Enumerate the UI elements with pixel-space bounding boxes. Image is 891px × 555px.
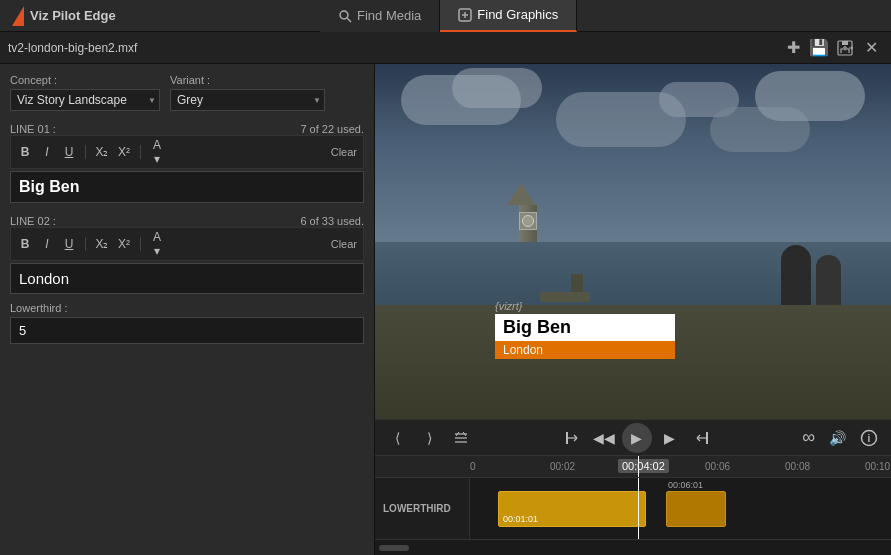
svg-text:i: i (868, 433, 871, 444)
superscript-btn-1[interactable]: X² (116, 145, 132, 159)
underline-btn-1[interactable]: U (61, 145, 77, 159)
river (375, 242, 891, 306)
bigben-clock (519, 212, 537, 230)
mark-out-icon (694, 430, 710, 446)
find-media-label: Find Media (357, 8, 421, 23)
play-btn[interactable]: ▶ (622, 423, 652, 453)
bold-btn-1[interactable]: B (17, 145, 33, 159)
line2-clear-btn[interactable]: Clear (331, 238, 357, 250)
step-back-btn[interactable]: ⟩ (415, 424, 443, 452)
app-title: Viz Pilot Edge (30, 8, 116, 23)
go-start-btn[interactable]: ⟨ (383, 424, 411, 452)
track-cursor (638, 478, 639, 539)
clip2-time-label: 00:06:01 (668, 480, 703, 490)
superscript-btn-2[interactable]: X² (116, 237, 132, 251)
variant-select-wrap: Grey Blue Red White (170, 89, 325, 111)
line1-clear-btn[interactable]: Clear (331, 146, 357, 158)
variant-select[interactable]: Grey Blue Red White (170, 89, 325, 111)
save-as-icon[interactable] (833, 36, 857, 60)
line2-header: LINE 02 : 6 of 33 used. (10, 215, 364, 227)
concept-select[interactable]: Viz Story Landscape (10, 89, 160, 111)
snap-btn[interactable] (447, 424, 475, 452)
line1-input[interactable] (10, 171, 364, 203)
timeline-cursor (638, 456, 639, 477)
line2-label: LINE 02 : (10, 215, 56, 227)
line2-format-bar: B I U X₂ X² A ▾ Clear (10, 227, 364, 261)
track-area: 00:01:01 00:06:01 (470, 478, 891, 539)
info-icon: i (860, 429, 878, 447)
concept-select-wrap: Viz Story Landscape (10, 89, 160, 111)
find-graphics-tab[interactable]: Find Graphics (440, 0, 577, 32)
subscript-btn-2[interactable]: X₂ (94, 237, 110, 251)
filename: tv2-london-big-ben2.mxf (8, 41, 137, 55)
timeline-bottom (375, 539, 891, 555)
timeline-tracks: LOWERTHIRD 00:01:01 00:06:01 (375, 478, 891, 539)
ruler-mark-10: 00:10 (865, 461, 890, 472)
color-btn-1[interactable]: A ▾ (149, 138, 165, 166)
mark-out-btn[interactable] (688, 424, 716, 452)
find-graphics-label: Find Graphics (477, 7, 558, 22)
timeline-ruler: 0 00:02 00:04:02 00:06 00:08 00:10 00:12 (375, 456, 891, 478)
clip-1[interactable]: 00:01:01 (498, 491, 646, 527)
divider-2 (140, 145, 141, 159)
lowerthird-track-label: LOWERTHIRD (375, 478, 470, 539)
left-panel: Concept : Viz Story Landscape Variant : … (0, 64, 375, 555)
right-panel: {vizrt} Big Ben London 00:13:21 ⟨ ⟩ (375, 64, 891, 555)
clip-1-time: 00:01:01 (503, 514, 538, 524)
divider-4 (140, 237, 141, 251)
divider-1 (85, 145, 86, 159)
clip-2[interactable] (666, 491, 726, 527)
info-btn[interactable]: i (855, 424, 883, 452)
controls-bar: ⟨ ⟩ ◀◀ ▶ (375, 419, 891, 455)
divider-3 (85, 237, 86, 251)
lowerthird-subtitle: London (495, 341, 675, 359)
lowerthird-input[interactable] (10, 317, 364, 344)
subscript-btn-1[interactable]: X₂ (94, 145, 110, 159)
underline-btn-2[interactable]: U (61, 237, 77, 251)
ruler-mark-0: 0 (470, 461, 476, 472)
line2-section: LINE 02 : 6 of 33 used. B I U X₂ X² A ▾ … (10, 211, 364, 294)
svg-line-1 (347, 18, 351, 22)
find-graphics-icon (458, 8, 472, 22)
lowerthird-section: Lowerthird : (10, 302, 364, 344)
ruler-mark-6: 00:06 (705, 461, 730, 472)
filebar-icons: ✚ 💾 ✕ (781, 36, 883, 60)
line2-input[interactable] (10, 263, 364, 294)
bigben-top (507, 183, 535, 205)
variant-label: Variant : (170, 74, 325, 86)
line1-format-bar: B I U X₂ X² A ▾ Clear (10, 135, 364, 169)
topbar: Viz Pilot Edge Find Media Find Graphics (0, 0, 891, 32)
add-icon[interactable]: ✚ (781, 36, 805, 60)
lowerthird-title: Big Ben (495, 314, 675, 341)
italic-btn-1[interactable]: I (39, 145, 55, 159)
vizrt-logo: {vizrt} (495, 300, 675, 312)
step-frame-fwd-btn[interactable]: ▶ (656, 424, 684, 452)
svg-rect-6 (842, 41, 848, 45)
color-btn-2[interactable]: A ▾ (149, 230, 165, 258)
current-time-box: 00:04:02 (618, 459, 669, 473)
mark-in-icon (564, 430, 580, 446)
person-2 (816, 255, 841, 305)
step-frame-back-btn[interactable]: ◀◀ (590, 424, 618, 452)
line1-header: LINE 01 : 7 of 22 used. (10, 123, 364, 135)
boat-cabin (571, 274, 583, 292)
loop-btn[interactable]: ∞ (802, 427, 815, 448)
svg-point-0 (340, 11, 348, 19)
timeline: 0 00:02 00:04:02 00:06 00:08 00:10 00:12 (375, 455, 891, 555)
cloud-2 (452, 68, 542, 108)
video-area: {vizrt} Big Ben London 00:13:21 (375, 64, 891, 419)
line2-count: 6 of 33 used. (300, 215, 364, 227)
find-media-icon (338, 9, 352, 23)
vizrt-label: {vizrt} (495, 300, 523, 312)
bold-btn-2[interactable]: B (17, 237, 33, 251)
volume-btn[interactable]: 🔊 (823, 424, 851, 452)
filebar: tv2-london-big-ben2.mxf ✚ 💾 ✕ (0, 32, 891, 64)
find-media-tab[interactable]: Find Media (320, 0, 440, 32)
italic-btn-2[interactable]: I (39, 237, 55, 251)
save-icon[interactable]: 💾 (807, 36, 831, 60)
mark-in-btn[interactable] (558, 424, 586, 452)
ruler-mark-8: 00:08 (785, 461, 810, 472)
close-icon[interactable]: ✕ (859, 36, 883, 60)
person-1 (781, 245, 811, 305)
scroll-indicator[interactable] (379, 545, 409, 551)
